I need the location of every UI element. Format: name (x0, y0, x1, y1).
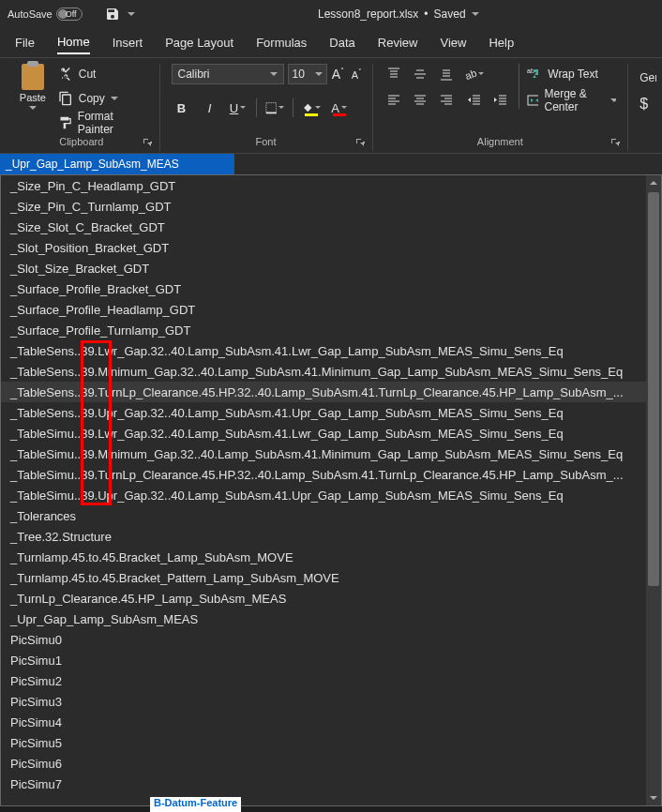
cell-peek: B-Datum-Feature (150, 797, 241, 812)
name-item[interactable]: _TableSimu..39.Upr_Gap.32..40.Lamp_SubAs… (1, 485, 646, 505)
name-box[interactable]: _Upr_Gap_Lamp_SubAsm_MEAS (0, 154, 234, 174)
copy-label: Copy (79, 92, 105, 105)
name-item[interactable]: _Surface_Profile_Bracket_GDT (1, 278, 646, 299)
name-item[interactable]: _Tolerances (1, 505, 646, 526)
autosave-label: AutoSave (8, 8, 53, 20)
bold-button[interactable]: B (172, 98, 192, 118)
title-caret-icon[interactable] (472, 10, 479, 18)
name-item[interactable]: _TableSimu..39.Minimum_Gap.32..40.Lamp_S… (1, 444, 646, 464)
qat-caret-icon[interactable] (128, 10, 135, 18)
font-name-caret-icon (270, 71, 278, 77)
name-item[interactable]: PicSimu2 (1, 670, 646, 691)
scroll-up-button[interactable] (646, 175, 661, 190)
name-item[interactable]: _Turnlamp.45.to.45.Bracket_Lamp_SubAsm_M… (1, 547, 646, 567)
autosave-toggle[interactable]: AutoSave Off (8, 8, 98, 21)
clipboard-dialog-launcher[interactable] (143, 138, 152, 147)
tab-home[interactable]: Home (57, 31, 90, 54)
align-right-button[interactable] (436, 90, 457, 111)
scroll-down-button[interactable] (646, 790, 661, 805)
merge-caret-icon[interactable] (610, 98, 616, 103)
paste-label: Paste (20, 92, 46, 103)
font-name-select[interactable]: Calibri (172, 64, 284, 84)
paste-button[interactable]: Paste (15, 64, 51, 111)
file-name: Lesson8_report.xlsx (318, 8, 418, 21)
name-item[interactable]: _Upr_Gap_Lamp_SubAsm_MEAS (1, 609, 646, 629)
orientation-button[interactable]: ab (464, 64, 485, 84)
tab-view[interactable]: View (440, 32, 466, 53)
font-name-value: Calibri (178, 68, 210, 81)
name-item[interactable]: _TableSimu..39.TurnLp_Clearance.45.HP.32… (1, 464, 646, 485)
font-size-select[interactable]: 10 (288, 64, 327, 84)
name-item[interactable]: _TurnLp_Clearance.45.HP_Lamp_SubAsm_MEAS (1, 588, 646, 609)
group-clipboard: Paste Cut Copy Format Painter Cli (6, 64, 158, 151)
name-item[interactable]: _Size_Pin_C_Headlamp_GDT (1, 175, 646, 196)
group-label-font: Font (172, 133, 361, 151)
name-item[interactable]: _TableSens..39.Minimum_Gap.32..40.Lamp_S… (1, 361, 646, 382)
name-item[interactable]: _Surface_Profile_Turnlamp_GDT (1, 320, 646, 340)
name-item[interactable]: PicSimu6 (1, 753, 646, 774)
tab-insert[interactable]: Insert (113, 32, 143, 53)
name-item[interactable]: PicSimu7 (1, 774, 646, 794)
name-item[interactable]: _Turnlamp.45.to.45.Bracket_Pattern_Lamp_… (1, 567, 646, 588)
scissors-icon (58, 67, 73, 82)
name-item[interactable]: _Tree.32.Structure (1, 526, 646, 547)
svg-text:ab: ab (527, 68, 534, 74)
copy-button[interactable]: Copy (58, 88, 148, 109)
wrap-text-button[interactable]: ab Wrap Text (527, 64, 616, 84)
name-item[interactable]: _Size_Slot_C_Bracket_GDT (1, 217, 646, 237)
name-dropdown-list[interactable]: _Size_Pin_C_Headlamp_GDT_Size_Pin_C_Turn… (1, 175, 646, 805)
name-dropdown: _Size_Pin_C_Headlamp_GDT_Size_Pin_C_Turn… (0, 174, 662, 806)
font-color-button[interactable]: A (329, 98, 350, 118)
decrease-indent-button[interactable] (464, 90, 485, 111)
name-item[interactable]: _TableSens..39.Upr_Gap.32..40.Lamp_SubAs… (1, 402, 646, 423)
name-item[interactable]: _Slot_Position_Bracket_GDT (1, 237, 646, 258)
number-format-hint[interactable]: Gen (639, 71, 656, 84)
name-item[interactable]: PicSimu0 (1, 629, 646, 650)
name-item[interactable]: _TableSens..39.Lwr_Gap.32..40.Lamp_SubAs… (1, 340, 646, 361)
scroll-thumb[interactable] (648, 192, 659, 586)
increase-indent-button[interactable] (490, 90, 511, 111)
align-center-button[interactable] (410, 90, 430, 111)
merge-center-button[interactable]: Merge & Center (527, 90, 616, 111)
align-middle-button[interactable] (410, 64, 430, 84)
name-item[interactable]: PicSimu5 (1, 732, 646, 753)
name-item[interactable]: _Size_Pin_C_Turnlamp_GDT (1, 196, 646, 217)
increase-font-button[interactable]: A˄ (331, 67, 346, 82)
font-size-caret-icon (315, 71, 323, 77)
underline-button[interactable]: U (228, 98, 248, 118)
copy-caret-icon[interactable] (111, 96, 118, 101)
alignment-dialog-launcher[interactable] (610, 138, 620, 147)
tab-data[interactable]: Data (329, 32, 354, 53)
name-item[interactable]: PicSimu4 (1, 712, 646, 732)
group-label-alignment: Alignment (384, 133, 616, 151)
autosave-state: Off (66, 9, 77, 19)
accounting-format-button[interactable]: $ (639, 96, 648, 113)
decrease-font-button[interactable]: A˅ (350, 67, 365, 82)
align-top-button[interactable] (384, 64, 404, 84)
name-item[interactable]: PicSimu1 (1, 650, 646, 670)
fill-color-button[interactable] (301, 98, 322, 118)
tab-review[interactable]: Review (378, 32, 418, 53)
tab-formulas[interactable]: Formulas (256, 32, 307, 53)
align-bottom-button[interactable] (436, 64, 457, 84)
tab-page-layout[interactable]: Page Layout (165, 32, 233, 53)
save-icon[interactable] (105, 7, 120, 22)
name-box-value: _Upr_Gap_Lamp_SubAsm_MEAS (6, 158, 179, 171)
italic-button[interactable]: I (200, 98, 220, 118)
cut-button[interactable]: Cut (58, 64, 148, 84)
name-item[interactable]: _Surface_Profile_Headlamp_GDT (1, 299, 646, 320)
name-item[interactable]: _TableSimu..39.Lwr_Gap.32..40.Lamp_SubAs… (1, 423, 646, 444)
name-item[interactable]: _TableSens..39.TurnLp_Clearance.45.HP.32… (1, 382, 646, 402)
format-painter-button[interactable]: Format Painter (58, 113, 148, 133)
name-item[interactable]: _Slot_Size_Bracket_GDT (1, 258, 646, 278)
tab-help[interactable]: Help (489, 32, 514, 53)
tab-file[interactable]: File (15, 32, 35, 53)
wrap-text-icon: ab (527, 67, 542, 82)
name-item[interactable]: PicSimu3 (1, 691, 646, 712)
scrollbar[interactable] (646, 175, 661, 805)
font-dialog-launcher[interactable] (355, 138, 365, 147)
align-left-button[interactable] (384, 90, 404, 111)
paste-caret-icon[interactable] (29, 105, 37, 111)
font-size-value: 10 (293, 68, 305, 81)
borders-button[interactable] (264, 98, 285, 118)
